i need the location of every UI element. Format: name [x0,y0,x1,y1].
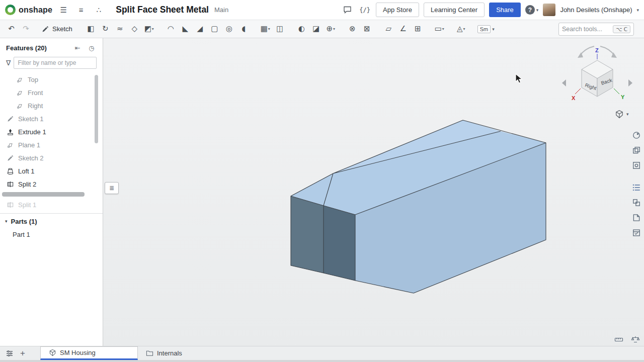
tab-icon [146,349,153,357]
instances-panel-button[interactable] [629,195,643,210]
tool-extrude[interactable]: ◧ [84,22,98,36]
feature-toolbar: ↶ ↷ Sketch ◧↻≈◇◩▾◠◣◢▢◎◖▦▾◫◐◪⊕▾⊗⊠▱∠⊞▭▾◬▾ … [0,20,644,38]
parts-section-header[interactable]: ▾ Parts (1) [0,215,103,228]
drag-handle-icon: ≣ [109,185,114,192]
chevron-down-icon: ▾ [5,219,8,224]
feature-item-extrude-1[interactable]: Extrude 1 [0,125,96,138]
tool-boolean[interactable]: ◐ [294,22,309,36]
feature-icon [7,141,14,149]
tool-draft[interactable]: ◢ [193,22,207,36]
feature-filter-row: ∇ [0,55,103,73]
rollback-bar[interactable] [2,192,85,197]
feature-item-top[interactable]: Top [0,73,96,86]
feature-item-sketch-2[interactable]: Sketch 2 [0,151,96,164]
parts-section: ▾ Parts (1) Part 1 [0,213,103,241]
part-face-end-right[interactable] [324,206,355,281]
onshape-logo[interactable]: onshape [5,5,52,15]
part-item-1[interactable]: Part 1 [0,228,103,241]
tool-shell[interactable]: ▢ [207,22,222,36]
tool-chamfer[interactable]: ◣ [178,22,193,36]
configurations-panel-button[interactable] [629,143,643,158]
rollback-handle[interactable]: ≣ [105,182,119,194]
learning-center-button[interactable]: Learning Center [424,3,485,17]
user-avatar[interactable] [543,4,555,16]
tool-revolve[interactable]: ↻ [98,22,113,36]
tool-mirror[interactable]: ◫ [273,22,287,36]
view-cube[interactable]: Right Back Z X Y [559,42,635,108]
speech-bubble-icon [343,6,352,14]
search-tools-box[interactable]: ⌥ C [558,23,634,36]
part-face-end-left[interactable] [291,196,324,273]
sketch-button[interactable]: Sketch [36,22,77,36]
tool-move-face[interactable]: ⊠ [360,22,374,36]
horizontal-scrollbar[interactable] [0,360,644,362]
tool-sweep[interactable]: ≈ [113,22,127,36]
features-scrollbar-thumb[interactable] [95,75,98,143]
sm-chip-label: Sm [477,25,491,33]
search-tools-input[interactable] [562,26,613,33]
featurescript-icon: {/} [359,7,370,14]
help-button[interactable]: ? ▾ [525,5,539,15]
comments-button[interactable] [341,4,354,17]
tool-flange[interactable]: ∠ [396,22,411,36]
appearance-panel-button[interactable] [629,128,643,143]
tab-sm-housing[interactable]: SM Housing [40,346,138,360]
chevron-down-icon: ▾ [492,27,495,32]
tool-plane[interactable]: ▭▾ [432,22,447,36]
feature-item-sketch-1[interactable]: Sketch 1 [0,112,96,125]
tool-thicken[interactable]: ◩▾ [142,22,156,36]
tool-sheet-metal-model[interactable]: ▱ [381,22,396,36]
sheet-icon [632,213,641,222]
view-options-button[interactable]: ▾ [615,110,629,119]
history-button[interactable]: ◷ [87,43,97,53]
tool-mate-connector[interactable]: ◬▾ [454,22,468,36]
tab-manager-button[interactable] [3,347,16,360]
app-store-button[interactable]: App Store [376,3,419,17]
feature-icon [16,102,24,110]
featurescript-button[interactable]: {/} [358,4,371,17]
undo-button[interactable]: ↶ [4,22,19,36]
document-outline-button[interactable]: ≡ [74,4,88,17]
tool-delete-face[interactable]: ⊗ [345,22,360,36]
feature-list: Top Front Right Sketch 1 Extrude 1 Plane… [0,73,103,211]
tool-sheet-metal-tab[interactable]: ⊞ [411,22,425,36]
rotate-left-chevron-icon[interactable] [562,79,566,86]
feature-filter-input[interactable] [14,57,97,69]
feature-item-loft-1[interactable]: Loft 1 [0,164,96,177]
bom-panel-button[interactable] [629,225,643,240]
tool-wrap[interactable]: ◖ [236,22,251,36]
custom-features-button[interactable]: Sm ▾ [477,25,495,33]
feature-item-split-1[interactable]: Split 1 [0,198,96,211]
feature-icon [7,180,14,188]
workspace-label[interactable]: Main [214,6,228,14]
insert-feature-button[interactable]: ⇤ [72,43,83,53]
tool-split[interactable]: ◪ [309,22,324,36]
tool-hole[interactable]: ◎ [222,22,236,36]
y-axis-label: Y [621,94,625,100]
filter-icon[interactable]: ∇ [6,59,11,67]
tool-transform[interactable]: ⊕▾ [324,22,338,36]
tool-loft[interactable]: ◇ [127,22,142,36]
feature-item-split-2[interactable]: Split 2 [0,177,96,191]
redo-button[interactable]: ↷ [19,22,33,36]
tool-linear-pattern[interactable]: ▦▾ [258,22,273,36]
add-tab-button[interactable]: + [16,347,29,360]
sheet-metal-panel-button[interactable] [629,210,643,225]
feature-item-right[interactable]: Right [0,99,96,112]
tool-fillet[interactable]: ◠ [164,22,178,36]
list-icon: ≡ [79,6,84,14]
display-states-panel-button[interactable] [629,158,643,173]
tab-internals[interactable]: Internals [138,346,190,360]
main-menu-button[interactable]: ☰ [57,4,70,17]
x-axis-line [575,88,581,94]
mass-properties-button[interactable] [631,335,640,343]
user-menu-caret-icon[interactable]: ▾ [636,8,639,13]
measure-button[interactable] [614,335,623,343]
user-name[interactable]: John Desilets (Onshape) [560,6,632,14]
versions-graph-button[interactable]: ∴ [92,4,105,17]
feature-list-panel-button[interactable] [629,180,643,195]
feature-item-plane-1[interactable]: Plane 1 [0,138,96,151]
feature-item-front[interactable]: Front [0,86,96,99]
share-button[interactable]: Share [489,3,521,17]
rotate-right-chevron-icon[interactable] [628,79,632,86]
